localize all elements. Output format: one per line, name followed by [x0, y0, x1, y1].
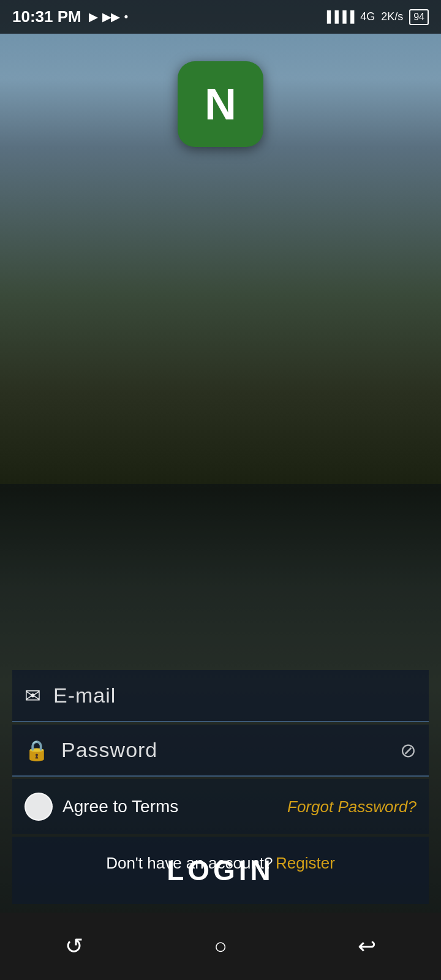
signal-icon: ▐▐▐▐ [323, 10, 354, 23]
status-left: 10:31 PM ▶ ▶▶ • [12, 7, 128, 26]
terms-row: Agree to Terms Forgot Password? [12, 779, 429, 834]
youtube-icon: ▶ [89, 10, 97, 24]
password-toggle-icon[interactable]: ⊘ [400, 739, 417, 762]
time-display: 10:31 PM [12, 7, 81, 26]
forgot-password-link[interactable]: Forgot Password? [287, 797, 417, 816]
register-prompt: Don't have an account? [106, 854, 273, 872]
agree-terms-label: Agree to Terms [62, 797, 178, 816]
back-nav-button[interactable]: ↺ [53, 927, 96, 965]
status-bar: 10:31 PM ▶ ▶▶ • ▐▐▐▐ 4G 2K/s 94 [0, 0, 441, 34]
nav-bar: ↺ ○ ↩ [0, 913, 441, 980]
email-input-group: ✉ [12, 670, 429, 722]
email-icon: ✉ [24, 684, 41, 707]
status-right: ▐▐▐▐ 4G 2K/s 94 [323, 9, 429, 25]
media-icon: ▶▶ [102, 10, 119, 24]
terms-left: Agree to Terms [24, 793, 178, 821]
app-logo: N [178, 61, 263, 147]
lock-icon: 🔒 [24, 739, 49, 762]
dot-icon: • [124, 10, 128, 23]
password-input-group: 🔒 ⊘ [12, 725, 429, 777]
home-nav-button[interactable]: ○ [202, 927, 239, 965]
password-input[interactable] [61, 738, 388, 762]
email-input[interactable] [53, 684, 417, 707]
data-icon: 4G [360, 10, 375, 23]
register-link[interactable]: Register [276, 854, 335, 872]
status-icons: ▶ ▶▶ • [89, 10, 128, 24]
register-row: Don't have an account? Register [0, 854, 441, 873]
app-logo-letter: N [205, 79, 236, 129]
recent-nav-button[interactable]: ↩ [345, 927, 388, 965]
agree-terms-toggle[interactable] [24, 793, 53, 821]
speed-icon: 2K/s [381, 10, 403, 23]
battery-indicator: 94 [409, 9, 429, 25]
